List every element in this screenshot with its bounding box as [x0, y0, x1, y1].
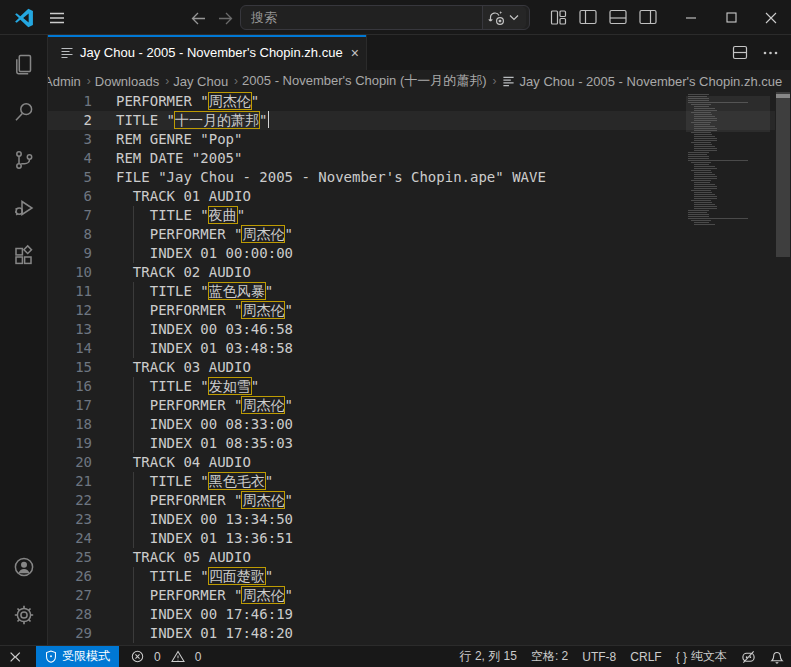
- restricted-mode-badge[interactable]: 受限模式: [36, 646, 119, 667]
- editor-line[interactable]: 5FILE "Jay Chou - 2005 - November's Chop…: [48, 168, 686, 187]
- editor-line[interactable]: 7 TITLE "夜曲": [48, 206, 686, 225]
- editor-line[interactable]: 2TITLE "十一月的萧邦": [48, 111, 775, 130]
- editor-line[interactable]: 11 TITLE "蓝色风暴": [48, 282, 686, 301]
- line-number[interactable]: 18: [48, 415, 92, 434]
- explorer-icon[interactable]: [0, 40, 47, 88]
- line-number[interactable]: 26: [48, 567, 92, 586]
- editor-line[interactable]: 13 INDEX 00 03:46:58: [48, 320, 686, 339]
- editor-line[interactable]: 27 PERFORMER "周杰伦": [48, 586, 686, 605]
- extensions-icon[interactable]: [0, 232, 47, 280]
- editor-line[interactable]: 4REM DATE "2005": [48, 149, 686, 168]
- line-number[interactable]: 19: [48, 434, 92, 453]
- line-number[interactable]: 3: [48, 130, 92, 149]
- cursor-position[interactable]: 行 2, 列 15: [453, 646, 524, 667]
- run-debug-icon[interactable]: [0, 184, 47, 232]
- toggle-primary-sidebar-icon[interactable]: [579, 7, 597, 27]
- copilot-menu-button[interactable]: [482, 6, 526, 29]
- customize-layout-icon[interactable]: [549, 7, 567, 27]
- minimap-slider[interactable]: [686, 96, 770, 132]
- line-number[interactable]: 9: [48, 244, 92, 263]
- remote-indicator-icon[interactable]: [0, 646, 30, 667]
- search-icon[interactable]: [0, 88, 47, 136]
- editor-line[interactable]: 23 INDEX 00 13:34:50: [48, 510, 686, 529]
- editor-line[interactable]: 20 TRACK 04 AUDIO: [48, 453, 686, 472]
- line-number[interactable]: 27: [48, 586, 92, 605]
- editor-line[interactable]: 21 TITLE "黑色毛衣": [48, 472, 686, 491]
- line-number[interactable]: 17: [48, 396, 92, 415]
- editor-line[interactable]: 12 PERFORMER "周杰伦": [48, 301, 686, 320]
- minimize-button[interactable]: [671, 0, 711, 35]
- line-number[interactable]: 21: [48, 472, 92, 491]
- toggle-panel-icon[interactable]: [609, 7, 627, 27]
- tab-cue-file[interactable]: Jay Chou - 2005 - November's Chopin.zh.c…: [48, 35, 367, 70]
- editor-line[interactable]: 1PERFORMER "周杰伦": [48, 92, 686, 111]
- line-number[interactable]: 5: [48, 168, 92, 187]
- editor-scrollbar[interactable]: [775, 92, 791, 645]
- line-number[interactable]: 7: [48, 206, 92, 225]
- line-number[interactable]: 28: [48, 605, 92, 624]
- notifications-bell-icon[interactable]: [763, 646, 791, 667]
- scrollbar-thumb[interactable]: [776, 92, 790, 257]
- source-control-icon[interactable]: [0, 136, 47, 184]
- line-number[interactable]: 29: [48, 624, 92, 643]
- editor-line[interactable]: 17 PERFORMER "周杰伦": [48, 396, 686, 415]
- editor-line[interactable]: 15 TRACK 03 AUDIO: [48, 358, 686, 377]
- line-number[interactable]: 2: [48, 111, 92, 130]
- command-center-search[interactable]: [240, 5, 530, 30]
- editor-line[interactable]: 28 INDEX 00 17:46:19: [48, 605, 686, 624]
- editor-line[interactable]: 29 INDEX 01 17:48:20: [48, 624, 686, 643]
- close-window-button[interactable]: [751, 0, 791, 35]
- editor-line[interactable]: 25 TRACK 05 AUDIO: [48, 548, 686, 567]
- breadcrumb-item[interactable]: 2005 - November's Chopin (十一月的蕭邦): [241, 72, 488, 90]
- tab-close-icon[interactable]: ×: [351, 43, 359, 63]
- breadcrumb-file[interactable]: Jay Chou - 2005 - November's Chopin.zh.c…: [502, 74, 783, 89]
- line-number[interactable]: 6: [48, 187, 92, 206]
- code-editor[interactable]: 1PERFORMER "周杰伦"2TITLE "十一月的萧邦"3REM GENR…: [48, 92, 791, 645]
- minimap[interactable]: [686, 92, 775, 645]
- line-number[interactable]: 12: [48, 301, 92, 320]
- editor-line[interactable]: 16 TITLE "发如雪": [48, 377, 686, 396]
- eol-sequence[interactable]: CRLF: [623, 646, 668, 667]
- language-mode[interactable]: { } 纯文本: [669, 646, 734, 667]
- line-number[interactable]: 13: [48, 320, 92, 339]
- indentation-setting[interactable]: 空格: 2: [524, 646, 575, 667]
- editor-line[interactable]: 14 INDEX 01 03:48:58: [48, 339, 686, 358]
- nav-forward-button[interactable]: [213, 7, 237, 29]
- line-number[interactable]: 23: [48, 510, 92, 529]
- line-number[interactable]: 4: [48, 149, 92, 168]
- editor-line[interactable]: 8 PERFORMER "周杰伦": [48, 225, 686, 244]
- line-number[interactable]: 1: [48, 92, 92, 111]
- maximize-button[interactable]: [711, 0, 751, 35]
- line-number[interactable]: 20: [48, 453, 92, 472]
- editor-line[interactable]: 22 PERFORMER "周杰伦": [48, 491, 686, 510]
- line-number[interactable]: 8: [48, 225, 92, 244]
- account-icon[interactable]: [0, 543, 47, 591]
- editor-line[interactable]: 19 INDEX 01 08:35:03: [48, 434, 686, 453]
- line-number[interactable]: 10: [48, 263, 92, 282]
- editor-line[interactable]: 24 INDEX 01 13:36:51: [48, 529, 686, 548]
- editor-line[interactable]: 9 INDEX 01 00:00:00: [48, 244, 686, 263]
- line-number[interactable]: 11: [48, 282, 92, 301]
- copilot-status-icon[interactable]: [734, 646, 763, 667]
- breadcrumb-item[interactable]: Downloads: [94, 74, 160, 89]
- line-number[interactable]: 15: [48, 358, 92, 377]
- editor-line[interactable]: 6 TRACK 01 AUDIO: [48, 187, 686, 206]
- line-number[interactable]: 25: [48, 548, 92, 567]
- line-number[interactable]: 16: [48, 377, 92, 396]
- line-number[interactable]: 24: [48, 529, 92, 548]
- problems-indicator[interactable]: 0 0: [123, 646, 215, 667]
- line-number[interactable]: 14: [48, 339, 92, 358]
- line-number[interactable]: 22: [48, 491, 92, 510]
- more-actions-icon[interactable]: [759, 42, 781, 64]
- nav-back-button[interactable]: [186, 7, 210, 29]
- settings-gear-icon[interactable]: [0, 591, 47, 639]
- breadcrumb-item[interactable]: Jay Chou: [172, 74, 229, 89]
- split-editor-icon[interactable]: [729, 42, 751, 64]
- encoding[interactable]: UTF-8: [575, 646, 623, 667]
- editor-line[interactable]: 18 INDEX 00 08:33:00: [48, 415, 686, 434]
- breadcrumb-item[interactable]: Admin: [48, 74, 82, 89]
- menu-hamburger-icon[interactable]: [44, 7, 70, 29]
- editor-line[interactable]: 26 TITLE "四面楚歌": [48, 567, 686, 586]
- editor-line[interactable]: 3REM GENRE "Pop": [48, 130, 686, 149]
- search-input[interactable]: [241, 10, 482, 25]
